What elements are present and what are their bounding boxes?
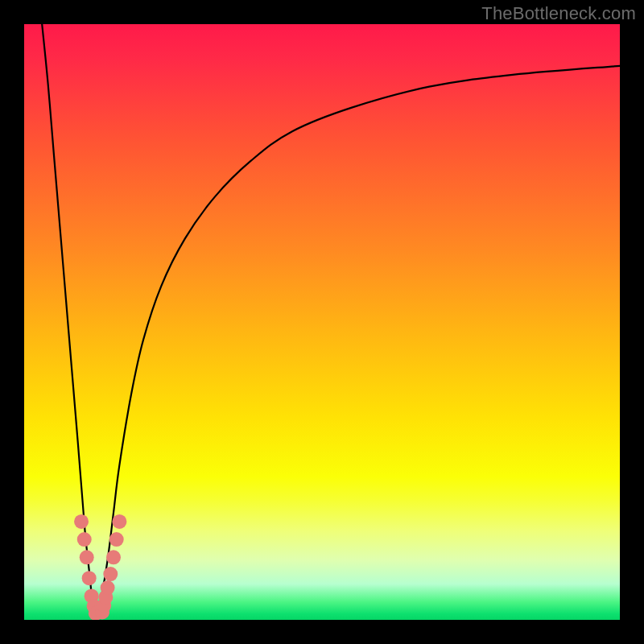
- background-gradient: [24, 24, 620, 620]
- plot-area: [24, 24, 620, 620]
- chart-frame: TheBottleneck.com: [0, 0, 644, 644]
- watermark-text: TheBottleneck.com: [481, 3, 636, 24]
